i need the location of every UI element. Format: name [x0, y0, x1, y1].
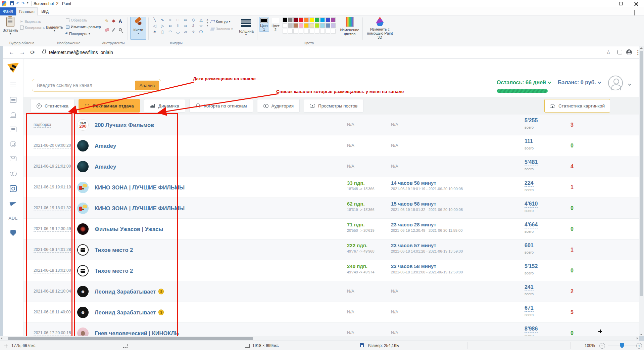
palette-swatch[interactable] — [288, 29, 293, 34]
palette-swatch[interactable] — [309, 29, 314, 34]
copy-button[interactable]: Копировать — [20, 25, 45, 30]
shape-glyph[interactable]: ○ — [166, 17, 174, 23]
rotate-button[interactable]: Повернуть▾ — [66, 31, 90, 36]
browser-back-icon[interactable]: ← — [9, 49, 14, 56]
shape-glyph[interactable]: ╲ — [151, 17, 158, 23]
shape-glyph[interactable]: ∿ — [159, 17, 166, 23]
save-icon[interactable] — [10, 1, 14, 5]
profile-icon[interactable] — [626, 49, 632, 55]
sidebar-item[interactable] — [3, 107, 23, 122]
minimize-button[interactable] — [598, 0, 613, 7]
shape-glyph[interactable]: ⇩ — [190, 24, 197, 29]
palette-swatch[interactable] — [315, 23, 319, 28]
shape-outline-button[interactable]: Контур▾ — [211, 19, 230, 24]
channel-link[interactable]: Amadey — [95, 142, 116, 149]
shape-glyph[interactable]: ◇ — [190, 17, 197, 23]
palette-swatch[interactable] — [331, 23, 336, 28]
shape-glyph[interactable]: □ — [174, 17, 182, 23]
placement-date-link[interactable]: 2021-06-19 21:01:00 — [34, 164, 71, 169]
views-total-link[interactable]: 8'986 — [525, 326, 538, 333]
palette-swatch[interactable] — [304, 29, 309, 34]
channel-link[interactable]: КИНО ЗОНА | ЛУЧШИЕ ФИЛЬМЫ — [95, 184, 185, 190]
placement-date-link[interactable]: 2021-06-19 19:01:19 — [34, 185, 71, 190]
magnifier-icon[interactable] — [117, 27, 123, 33]
crop-button[interactable]: Обрезать — [66, 17, 87, 23]
channel-link[interactable]: Леонид Зарабатывает — [95, 309, 164, 315]
bookmark-star-icon[interactable]: ☆ — [606, 49, 611, 55]
shape-glyph[interactable]: ▷ — [159, 24, 166, 29]
placement-date-link[interactable]: 2021-06-19 18:01:32 — [34, 206, 71, 211]
eraser-icon[interactable] — [104, 27, 110, 33]
sidebar-item[interactable] — [3, 166, 23, 181]
palette-swatch[interactable] — [309, 17, 314, 22]
shape-glyph[interactable]: ⇧ — [174, 24, 182, 29]
vertical-scrollbar-thumb[interactable] — [640, 51, 643, 296]
search-input[interactable] — [37, 80, 128, 91]
tab-home[interactable]: Главная — [16, 7, 38, 15]
palette-swatch[interactable] — [320, 23, 325, 28]
redo-icon[interactable]: ↷ — [21, 1, 25, 6]
palette-swatch[interactable] — [293, 17, 298, 22]
channel-link[interactable]: КИНО ЗОНА | ЛУЧШИЕ ФИЛЬМЫ — [95, 205, 185, 211]
shape-glyph[interactable]: ⇨ — [182, 24, 189, 29]
browser-reload-icon[interactable]: ⟳ — [30, 49, 35, 56]
sidebar-item[interactable]: ADL — [3, 211, 23, 225]
palette-swatch[interactable] — [320, 29, 325, 34]
shape-glyph[interactable]: ◁ — [151, 24, 158, 29]
sidebar-item[interactable] — [3, 78, 23, 92]
qat-dropdown-icon[interactable]: ▾ — [27, 1, 29, 4]
user-avatar[interactable] — [608, 76, 623, 90]
palette-swatch[interactable] — [331, 17, 336, 22]
channel-link[interactable]: Гнев человеческий | КИНОКЛЬ — [95, 330, 179, 336]
color2-button[interactable]: Цвет 2 — [270, 17, 281, 32]
zoom-out-button[interactable]: − — [599, 343, 605, 349]
palette-swatch[interactable] — [293, 23, 298, 28]
shape-glyph[interactable]: ✶ — [151, 30, 158, 35]
edit-colors-button[interactable]: Изменение цветов — [340, 17, 360, 36]
fill-bucket-icon[interactable] — [111, 18, 116, 24]
close-button[interactable] — [629, 0, 644, 7]
nav-tab[interactable]: Когорта по отпискам — [189, 99, 253, 113]
views-total-link[interactable]: 5'255 — [525, 118, 538, 124]
palette-swatch[interactable] — [283, 29, 287, 34]
views-total-link[interactable]: 224 — [525, 180, 534, 187]
select-button[interactable]: Выделить ▾ — [46, 17, 63, 32]
tab-file[interactable]: Файл — [0, 7, 16, 15]
pencil-icon[interactable]: ✎ — [104, 18, 110, 24]
palette-swatch[interactable] — [299, 17, 303, 22]
palette-swatch[interactable] — [304, 23, 309, 28]
shapes-scroll[interactable]: ▲▼▾ — [206, 18, 209, 27]
nav-tab[interactable]: Статистика — [30, 99, 75, 113]
shape-glyph[interactable]: ☆ — [197, 24, 205, 29]
palette-swatch[interactable] — [293, 29, 298, 34]
nav-tab[interactable]: Динамика — [144, 99, 185, 113]
palette-swatch[interactable] — [299, 23, 303, 28]
palette-swatch[interactable] — [283, 23, 287, 28]
color1-button[interactable]: Цвет 1 — [259, 17, 269, 32]
shape-glyph[interactable]: △ — [197, 17, 205, 23]
shape-glyph[interactable]: ◡ — [174, 30, 182, 35]
views-total-link[interactable]: 671 — [525, 305, 534, 312]
days-left[interactable]: Осталось: 66 дней — [497, 80, 551, 86]
views-total-link[interactable]: 601 — [525, 243, 534, 249]
palette-swatch[interactable] — [299, 29, 303, 34]
sidebar-item[interactable] — [3, 122, 23, 137]
views-total-link[interactable]: 4'610 — [525, 201, 538, 208]
horizontal-scrollbar[interactable] — [0, 336, 639, 341]
channel-link[interactable]: Тихое место 2 — [95, 267, 133, 274]
channel-link[interactable]: Леонид Зарабатывает — [95, 288, 164, 295]
shapes-grid[interactable]: ╲∿○□▭◇△◁▷⇦⇧⇨⇩☆✶▯◠◡▱✧❍ — [151, 17, 205, 35]
shape-glyph[interactable]: ▱ — [182, 30, 189, 35]
shape-glyph[interactable]: ❍ — [197, 30, 205, 35]
shape-glyph[interactable]: ⇦ — [166, 24, 174, 29]
shape-fill-button[interactable]: Заливка▾ — [211, 26, 233, 32]
brushes-button[interactable]: Кисти ▾ — [130, 17, 146, 40]
placement-date-link[interactable]: 2021-06-18 14:01:28 — [34, 247, 71, 253]
maximize-button[interactable] — [613, 0, 629, 7]
palette-swatch[interactable] — [326, 23, 330, 28]
eyedropper-icon[interactable] — [111, 27, 116, 33]
paint-canvas[interactable]: ← → ⟳ telemetr.me/@newfilms_onlain ☆ ⋮ — [3, 46, 639, 336]
placement-date-link[interactable]: 2021-06-17 20:00:15 — [34, 331, 71, 336]
tab-view[interactable]: Вид — [38, 7, 52, 15]
horizontal-scrollbar-thumb[interactable] — [8, 337, 253, 340]
